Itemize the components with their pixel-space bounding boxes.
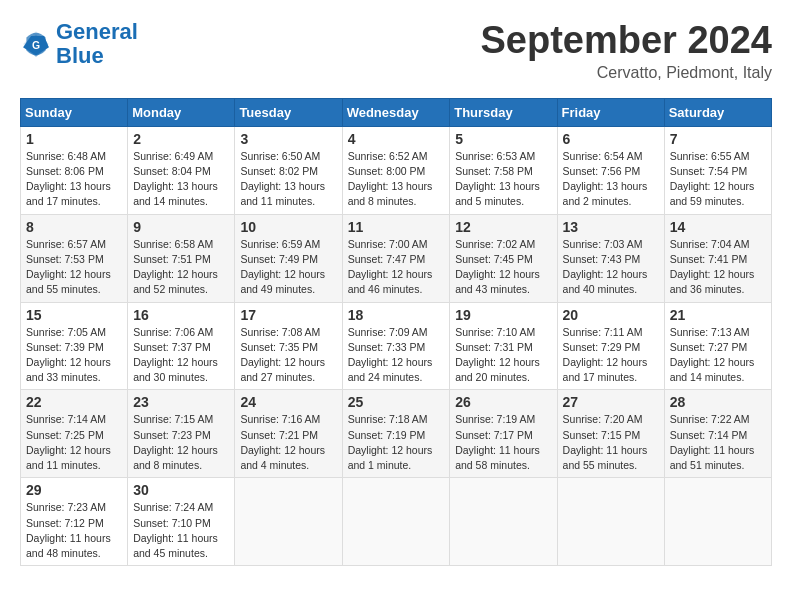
calendar-cell: 19Sunrise: 7:10 AM Sunset: 7:31 PM Dayli… (450, 302, 557, 390)
day-info: Sunrise: 7:16 AM Sunset: 7:21 PM Dayligh… (240, 412, 336, 473)
logo-icon: G (20, 28, 52, 60)
day-info: Sunrise: 7:15 AM Sunset: 7:23 PM Dayligh… (133, 412, 229, 473)
col-header-sunday: Sunday (21, 98, 128, 126)
calendar-cell: 24Sunrise: 7:16 AM Sunset: 7:21 PM Dayli… (235, 390, 342, 478)
logo-line1: General (56, 19, 138, 44)
calendar-cell: 1Sunrise: 6:48 AM Sunset: 8:06 PM Daylig… (21, 126, 128, 214)
day-info: Sunrise: 7:10 AM Sunset: 7:31 PM Dayligh… (455, 325, 551, 386)
calendar-cell: 21Sunrise: 7:13 AM Sunset: 7:27 PM Dayli… (664, 302, 771, 390)
day-info: Sunrise: 7:05 AM Sunset: 7:39 PM Dayligh… (26, 325, 122, 386)
calendar-cell (450, 478, 557, 566)
calendar-cell (235, 478, 342, 566)
calendar-cell: 20Sunrise: 7:11 AM Sunset: 7:29 PM Dayli… (557, 302, 664, 390)
day-info: Sunrise: 7:22 AM Sunset: 7:14 PM Dayligh… (670, 412, 766, 473)
calendar-cell: 12Sunrise: 7:02 AM Sunset: 7:45 PM Dayli… (450, 214, 557, 302)
day-number: 22 (26, 394, 122, 410)
location: Cervatto, Piedmont, Italy (481, 64, 773, 82)
calendar-cell: 26Sunrise: 7:19 AM Sunset: 7:17 PM Dayli… (450, 390, 557, 478)
day-number: 24 (240, 394, 336, 410)
day-number: 12 (455, 219, 551, 235)
calendar-cell: 4Sunrise: 6:52 AM Sunset: 8:00 PM Daylig… (342, 126, 450, 214)
col-header-wednesday: Wednesday (342, 98, 450, 126)
day-info: Sunrise: 7:24 AM Sunset: 7:10 PM Dayligh… (133, 500, 229, 561)
calendar-cell: 23Sunrise: 7:15 AM Sunset: 7:23 PM Dayli… (128, 390, 235, 478)
calendar-cell: 2Sunrise: 6:49 AM Sunset: 8:04 PM Daylig… (128, 126, 235, 214)
logo-line2: Blue (56, 43, 104, 68)
day-info: Sunrise: 7:14 AM Sunset: 7:25 PM Dayligh… (26, 412, 122, 473)
calendar-cell: 18Sunrise: 7:09 AM Sunset: 7:33 PM Dayli… (342, 302, 450, 390)
day-number: 6 (563, 131, 659, 147)
calendar-cell: 3Sunrise: 6:50 AM Sunset: 8:02 PM Daylig… (235, 126, 342, 214)
day-number: 9 (133, 219, 229, 235)
day-number: 8 (26, 219, 122, 235)
day-info: Sunrise: 7:03 AM Sunset: 7:43 PM Dayligh… (563, 237, 659, 298)
day-info: Sunrise: 6:53 AM Sunset: 7:58 PM Dayligh… (455, 149, 551, 210)
day-number: 15 (26, 307, 122, 323)
calendar-cell: 30Sunrise: 7:24 AM Sunset: 7:10 PM Dayli… (128, 478, 235, 566)
day-info: Sunrise: 6:54 AM Sunset: 7:56 PM Dayligh… (563, 149, 659, 210)
calendar-cell: 11Sunrise: 7:00 AM Sunset: 7:47 PM Dayli… (342, 214, 450, 302)
day-number: 29 (26, 482, 122, 498)
calendar-cell: 5Sunrise: 6:53 AM Sunset: 7:58 PM Daylig… (450, 126, 557, 214)
day-info: Sunrise: 7:04 AM Sunset: 7:41 PM Dayligh… (670, 237, 766, 298)
calendar-week-3: 15Sunrise: 7:05 AM Sunset: 7:39 PM Dayli… (21, 302, 772, 390)
day-number: 3 (240, 131, 336, 147)
day-info: Sunrise: 7:00 AM Sunset: 7:47 PM Dayligh… (348, 237, 445, 298)
calendar-table: SundayMondayTuesdayWednesdayThursdayFrid… (20, 98, 772, 566)
calendar-week-1: 1Sunrise: 6:48 AM Sunset: 8:06 PM Daylig… (21, 126, 772, 214)
day-number: 4 (348, 131, 445, 147)
day-info: Sunrise: 6:58 AM Sunset: 7:51 PM Dayligh… (133, 237, 229, 298)
month-title: September 2024 (481, 20, 773, 62)
calendar-cell: 15Sunrise: 7:05 AM Sunset: 7:39 PM Dayli… (21, 302, 128, 390)
calendar-cell: 27Sunrise: 7:20 AM Sunset: 7:15 PM Dayli… (557, 390, 664, 478)
day-info: Sunrise: 7:09 AM Sunset: 7:33 PM Dayligh… (348, 325, 445, 386)
logo-text: General Blue (56, 20, 138, 68)
day-info: Sunrise: 6:57 AM Sunset: 7:53 PM Dayligh… (26, 237, 122, 298)
day-info: Sunrise: 6:50 AM Sunset: 8:02 PM Dayligh… (240, 149, 336, 210)
calendar-cell: 6Sunrise: 6:54 AM Sunset: 7:56 PM Daylig… (557, 126, 664, 214)
calendar-cell: 13Sunrise: 7:03 AM Sunset: 7:43 PM Dayli… (557, 214, 664, 302)
day-info: Sunrise: 6:55 AM Sunset: 7:54 PM Dayligh… (670, 149, 766, 210)
day-number: 23 (133, 394, 229, 410)
day-info: Sunrise: 7:20 AM Sunset: 7:15 PM Dayligh… (563, 412, 659, 473)
day-info: Sunrise: 7:02 AM Sunset: 7:45 PM Dayligh… (455, 237, 551, 298)
day-info: Sunrise: 7:18 AM Sunset: 7:19 PM Dayligh… (348, 412, 445, 473)
col-header-saturday: Saturday (664, 98, 771, 126)
calendar-cell: 7Sunrise: 6:55 AM Sunset: 7:54 PM Daylig… (664, 126, 771, 214)
page-header: G General Blue September 2024 Cervatto, … (20, 20, 772, 82)
day-info: Sunrise: 6:49 AM Sunset: 8:04 PM Dayligh… (133, 149, 229, 210)
day-number: 30 (133, 482, 229, 498)
logo: G General Blue (20, 20, 138, 68)
calendar-cell: 22Sunrise: 7:14 AM Sunset: 7:25 PM Dayli… (21, 390, 128, 478)
calendar-cell: 10Sunrise: 6:59 AM Sunset: 7:49 PM Dayli… (235, 214, 342, 302)
calendar-cell: 28Sunrise: 7:22 AM Sunset: 7:14 PM Dayli… (664, 390, 771, 478)
day-number: 26 (455, 394, 551, 410)
col-header-monday: Monday (128, 98, 235, 126)
calendar-week-2: 8Sunrise: 6:57 AM Sunset: 7:53 PM Daylig… (21, 214, 772, 302)
day-number: 28 (670, 394, 766, 410)
day-number: 7 (670, 131, 766, 147)
day-number: 27 (563, 394, 659, 410)
day-number: 13 (563, 219, 659, 235)
day-number: 11 (348, 219, 445, 235)
col-header-friday: Friday (557, 98, 664, 126)
calendar-cell: 9Sunrise: 6:58 AM Sunset: 7:51 PM Daylig… (128, 214, 235, 302)
svg-text:G: G (32, 40, 40, 51)
day-info: Sunrise: 7:06 AM Sunset: 7:37 PM Dayligh… (133, 325, 229, 386)
calendar-week-5: 29Sunrise: 7:23 AM Sunset: 7:12 PM Dayli… (21, 478, 772, 566)
day-number: 19 (455, 307, 551, 323)
col-header-thursday: Thursday (450, 98, 557, 126)
day-number: 5 (455, 131, 551, 147)
day-number: 1 (26, 131, 122, 147)
day-number: 2 (133, 131, 229, 147)
day-number: 17 (240, 307, 336, 323)
day-number: 21 (670, 307, 766, 323)
calendar-week-4: 22Sunrise: 7:14 AM Sunset: 7:25 PM Dayli… (21, 390, 772, 478)
day-info: Sunrise: 6:48 AM Sunset: 8:06 PM Dayligh… (26, 149, 122, 210)
calendar-cell: 25Sunrise: 7:18 AM Sunset: 7:19 PM Dayli… (342, 390, 450, 478)
header-row: SundayMondayTuesdayWednesdayThursdayFrid… (21, 98, 772, 126)
calendar-cell: 8Sunrise: 6:57 AM Sunset: 7:53 PM Daylig… (21, 214, 128, 302)
day-number: 16 (133, 307, 229, 323)
col-header-tuesday: Tuesday (235, 98, 342, 126)
day-number: 18 (348, 307, 445, 323)
